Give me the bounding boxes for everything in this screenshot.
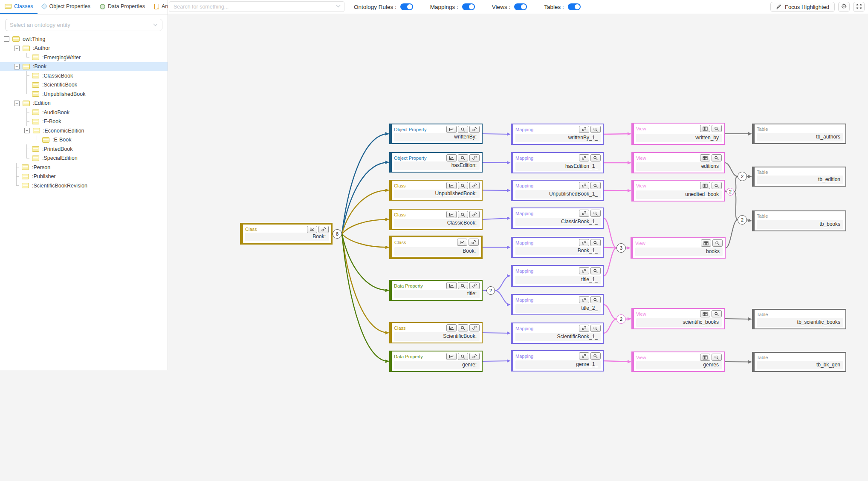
tab-data-properties[interactable]: Data Properties [95, 0, 150, 14]
node-map-book1[interactable]: MappingBook_1_ [511, 237, 604, 258]
link-button[interactable] [579, 182, 589, 189]
chart-button[interactable] [446, 353, 457, 360]
search-button[interactable] [458, 182, 468, 189]
node-tbl-scibooks[interactable]: Tabletb_scientific_books [752, 309, 846, 329]
tree-item-e-book[interactable]: :E-Book [0, 117, 168, 127]
search-button[interactable] [458, 282, 468, 289]
tree-item-scientificbook[interactable]: :ScientificBook [0, 81, 168, 90]
search-button[interactable] [712, 125, 722, 132]
search-button[interactable] [712, 154, 722, 161]
link-button[interactable] [469, 282, 480, 289]
chart-button[interactable] [457, 239, 467, 246]
node-view-scibooks[interactable]: Viewscientific_books [631, 308, 725, 329]
node-dp-genre[interactable]: Data Propertygenre: [389, 351, 483, 372]
search-button[interactable] [712, 182, 722, 189]
search-button[interactable] [590, 154, 601, 161]
node-view-unedited[interactable]: Viewunedited_book [631, 180, 725, 202]
link-button[interactable] [469, 154, 480, 161]
search-button[interactable] [590, 267, 601, 274]
search-button[interactable] [590, 296, 601, 303]
toggle-mappings[interactable] [462, 3, 475, 10]
focus-highlighted-button[interactable]: Focus Highlighted [770, 2, 835, 12]
node-view-writtenby[interactable]: Viewwritten_by [631, 123, 725, 145]
node-map-title1[interactable]: Mappingtitle_1_ [511, 265, 604, 287]
toggle-views[interactable] [514, 3, 527, 10]
chart-button[interactable] [446, 211, 457, 218]
link-button[interactable] [469, 324, 480, 331]
chart-button[interactable] [446, 154, 457, 161]
chart-button[interactable] [446, 126, 457, 133]
link-button[interactable] [469, 126, 480, 133]
collapse-icon[interactable]: − [24, 128, 30, 133]
entity-select[interactable]: Select an ontology entity [5, 19, 162, 31]
chart-button[interactable] [446, 324, 457, 331]
tab-classes[interactable]: Classes [0, 0, 38, 14]
node-book-main[interactable]: ClassBook: [240, 223, 333, 245]
link-button[interactable] [579, 296, 589, 303]
tree-item-scientificbookrevision[interactable]: :ScientificBookRevision [0, 181, 168, 190]
node-view-editions[interactable]: Vieweditions [631, 152, 725, 173]
tab-annotation-properties[interactable]: Annota [150, 0, 168, 14]
node-cl-scientific[interactable]: ClassScientificBook: [389, 322, 483, 343]
tree-item-audiobook[interactable]: :AudioBook [0, 108, 168, 117]
link-button[interactable] [469, 211, 480, 218]
tree-item-person[interactable]: :Person [0, 163, 168, 172]
tree-item-specialedition[interactable]: :SpecialEdition [0, 154, 168, 163]
tree-item-edition[interactable]: −:Edition [0, 99, 168, 108]
link-button[interactable] [579, 239, 589, 246]
tree-item-unpublishedbook[interactable]: :UnpublishedBook [0, 89, 168, 99]
node-map-title2[interactable]: Mappingtitle_2_ [511, 294, 604, 315]
node-tbl-books[interactable]: Tabletb_books [752, 210, 846, 231]
tree-item-book[interactable]: −:Book [0, 62, 168, 72]
tree-item-publisher[interactable]: :Publisher [0, 172, 168, 181]
search-button[interactable] [458, 353, 468, 360]
search-input[interactable] [169, 1, 344, 12]
collapse-icon[interactable]: − [14, 101, 20, 106]
search-button[interactable] [712, 354, 722, 361]
search-button[interactable] [590, 352, 601, 360]
node-map-scientific1[interactable]: MappingScientificBook_1_ [511, 323, 604, 344]
link-button[interactable] [469, 239, 479, 246]
link-button[interactable] [579, 325, 589, 332]
node-map-genre1[interactable]: Mappinggenre_1_ [511, 350, 604, 372]
toggle-ontology-rules[interactable] [400, 3, 413, 10]
search-button[interactable] [458, 324, 468, 331]
link-button[interactable] [579, 126, 589, 133]
search-button[interactable] [590, 126, 601, 133]
tree-item-author[interactable]: −:Author [0, 44, 168, 53]
search-button[interactable] [712, 310, 722, 317]
chart-button[interactable] [446, 182, 457, 189]
table-button[interactable] [700, 310, 710, 317]
table-button[interactable] [701, 239, 711, 247]
node-cl-unpublished[interactable]: ClassUnpublishedBook: [389, 180, 483, 201]
link-button[interactable] [579, 267, 589, 274]
table-button[interactable] [700, 182, 710, 189]
search-button[interactable] [712, 239, 723, 247]
node-cl-classic[interactable]: ClassClassicBook: [389, 209, 483, 230]
chart-button[interactable] [446, 282, 457, 289]
link-button[interactable] [579, 154, 589, 161]
link-button[interactable] [318, 226, 329, 233]
link-button[interactable] [469, 182, 480, 189]
search-button[interactable] [458, 154, 468, 161]
collapse-icon[interactable]: − [4, 36, 9, 42]
search-button[interactable] [590, 210, 601, 217]
node-tbl-edition[interactable]: Tabletb_edition [752, 167, 846, 187]
node-tbl-authors[interactable]: Tabletb_authors [752, 124, 846, 144]
collapse-icon[interactable]: − [14, 46, 20, 51]
node-view-genres[interactable]: Viewgenres [631, 351, 725, 372]
node-cl-book[interactable]: ClassBook: [389, 236, 483, 259]
fullscreen-button[interactable] [853, 2, 865, 12]
node-map-writtenby1[interactable]: MappingwrittenBy_1_ [511, 124, 604, 145]
tree-item-owl-thing[interactable]: −owl:Thing [0, 35, 168, 44]
table-button[interactable] [700, 154, 710, 161]
node-op-writtenby[interactable]: Object PropertywrittenBy: [389, 124, 483, 144]
tree-item-classicbook[interactable]: :ClassicBook [0, 71, 168, 81]
search-button[interactable] [590, 182, 601, 189]
chart-button[interactable] [307, 226, 317, 233]
tree-item-e-book[interactable]: :E-Book [0, 135, 168, 145]
node-map-hasedition1[interactable]: MappinghasEdition_1_ [511, 152, 604, 173]
link-button[interactable] [469, 353, 480, 360]
tree-item-emergingwriter[interactable]: :EmergingWriter [0, 53, 168, 62]
node-map-classic1[interactable]: MappingClassicBook_1_ [511, 207, 604, 229]
